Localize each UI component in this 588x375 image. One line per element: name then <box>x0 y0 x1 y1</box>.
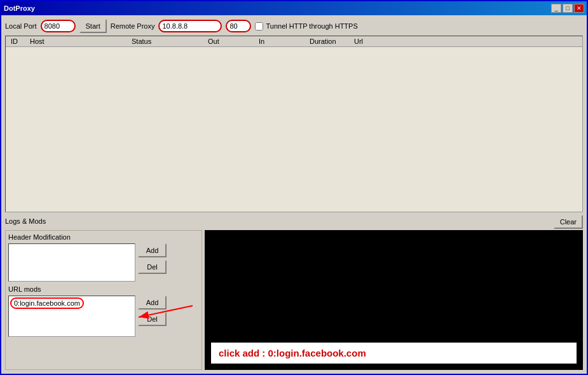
arrow-icon <box>132 299 196 322</box>
col-out: Out <box>205 38 256 45</box>
col-duration: Duration <box>307 38 352 45</box>
local-port-label: Local Port <box>5 22 37 30</box>
instruction-text: click add : 0:login.facebook.com <box>219 348 366 358</box>
url-item: 0:login.facebook.com <box>10 297 84 309</box>
tunnel-label[interactable]: Tunnel HTTP through HTTPS <box>255 22 357 31</box>
left-panel: Header Modification Add Del URL mods <box>5 230 202 370</box>
header-mod-label: Header Modification <box>8 233 199 241</box>
url-mods-section: URL mods 0:login.facebook.com Add Del <box>8 285 199 337</box>
main-window: DotProxy _ □ ✕ Local Port Start Remote P… <box>0 0 588 375</box>
col-id: ID <box>8 38 27 45</box>
bottom-section: Logs & Mods Clear Header Modification Ad… <box>5 215 583 370</box>
svg-line-1 <box>139 306 193 317</box>
main-table-area: ID Host Status Out In Duration Url <box>5 36 583 212</box>
header-add-button[interactable]: Add <box>138 243 167 257</box>
instruction-box: click add : 0:login.facebook.com <box>211 343 577 364</box>
local-port-input[interactable] <box>41 20 76 32</box>
url-mods-label: URL mods <box>8 285 199 293</box>
start-button[interactable]: Start <box>79 19 107 33</box>
tunnel-checkbox[interactable] <box>255 22 263 31</box>
col-url: Url <box>352 38 580 45</box>
top-bar: Local Port Start Remote Proxy Tunnel HTT… <box>5 19 583 33</box>
header-mod-content: Add Del <box>8 243 199 282</box>
logs-mods-label: Logs & Mods <box>5 217 46 225</box>
remote-port-input[interactable] <box>226 20 251 32</box>
remote-proxy-label: Remote Proxy <box>111 22 155 30</box>
window-content: Local Port Start Remote Proxy Tunnel HTT… <box>1 15 587 374</box>
col-status: Status <box>129 38 205 45</box>
table-header: ID Host Status Out In Duration Url <box>6 36 582 47</box>
url-mods-content: 0:login.facebook.com Add Del <box>8 296 199 337</box>
url-mods-list[interactable]: 0:login.facebook.com <box>8 296 135 337</box>
title-bar: DotProxy _ □ ✕ <box>1 1 587 15</box>
right-panel: click add : 0:login.facebook.com <box>205 230 583 370</box>
window-title: DotProxy <box>4 4 35 12</box>
clear-button[interactable]: Clear <box>554 215 583 229</box>
maximize-button[interactable]: □ <box>563 4 573 13</box>
remote-proxy-input[interactable] <box>158 20 222 32</box>
header-mod-buttons: Add Del <box>138 243 167 282</box>
header-mod-list[interactable] <box>8 243 135 282</box>
bottom-panels: Header Modification Add Del URL mods <box>5 230 583 370</box>
header-del-button[interactable]: Del <box>138 260 167 274</box>
close-button[interactable]: ✕ <box>574 4 584 13</box>
col-host: Host <box>27 38 129 45</box>
minimize-button[interactable]: _ <box>551 4 561 13</box>
header-mod-section: Header Modification Add Del <box>8 233 199 282</box>
window-controls: _ □ ✕ <box>551 4 584 13</box>
col-in: In <box>256 38 307 45</box>
